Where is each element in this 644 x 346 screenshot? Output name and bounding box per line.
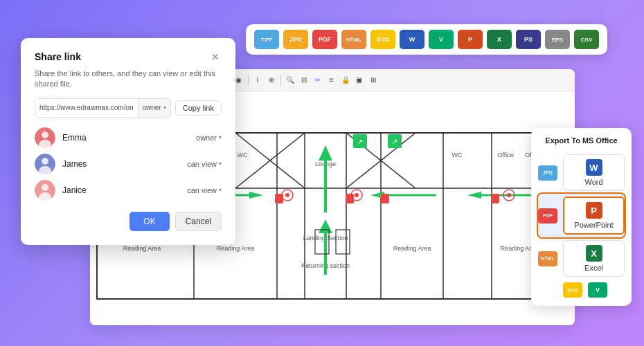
small-badge-html: HTML xyxy=(538,251,557,266)
role-text: owner xyxy=(143,104,161,111)
toolbar-pen[interactable]: ✏ xyxy=(312,74,324,86)
dialog-header: Share link ✕ xyxy=(35,51,222,63)
powerpoint-icon: P xyxy=(586,202,602,219)
format-tiff[interactable]: TIFF xyxy=(254,30,279,49)
user-row-emma: Emma owner ▾ xyxy=(35,127,222,148)
svg-point-61 xyxy=(507,193,511,197)
format-eps[interactable]: EPS xyxy=(545,30,570,49)
toolbar-grid[interactable]: ▣ xyxy=(353,74,366,86)
close-icon[interactable]: ✕ xyxy=(209,51,222,63)
svg-text:WC: WC xyxy=(452,152,463,158)
user-list: Emma owner ▾ James can view ▾ Janice xyxy=(35,127,222,201)
word-icon: W xyxy=(586,159,602,176)
format-html[interactable]: HTML xyxy=(341,30,366,49)
svg-point-59 xyxy=(355,193,359,197)
powerpoint-export-btn[interactable]: P PowerPoint xyxy=(563,197,625,235)
user-role-james[interactable]: can view ▾ xyxy=(187,160,222,168)
avatar-james xyxy=(35,154,55,174)
user-name-emma: Emma xyxy=(62,133,189,143)
powerpoint-label: PowerPoint xyxy=(570,221,618,229)
toolbar-divider-2 xyxy=(248,75,249,86)
svg-marker-40 xyxy=(249,192,263,199)
export-panel: Export To MS Office JPG W Word PDF P Pow… xyxy=(531,128,632,306)
svg-marker-36 xyxy=(319,219,332,233)
excel-label: Excel xyxy=(569,264,618,272)
user-row-janice: Janice can view ▾ xyxy=(35,180,222,201)
excel-icon: X xyxy=(586,245,602,262)
dialog-actions: OK Cancel xyxy=(35,212,222,231)
format-ppt-p[interactable]: P xyxy=(458,30,483,49)
svg-point-65 xyxy=(42,131,48,138)
format-visio-v[interactable]: V xyxy=(429,30,454,49)
export-row-word: JPG W Word xyxy=(538,152,625,194)
svg-text:↗: ↗ xyxy=(357,138,363,145)
toolbar-divider-3 xyxy=(280,75,281,86)
avatar-emma xyxy=(35,127,55,148)
user-role-janice[interactable]: can view ▾ xyxy=(187,186,222,194)
chevron-down-emma-icon: ▾ xyxy=(219,134,222,140)
format-ps[interactable]: PS xyxy=(516,30,541,49)
word-export-btn[interactable]: W Word xyxy=(563,154,625,191)
small-badge-svg: SVG xyxy=(563,282,582,298)
svg-marker-42 xyxy=(467,192,481,199)
toolbar-lines[interactable]: ≡ xyxy=(325,74,338,86)
export-row-powerpoint: PDF P PowerPoint xyxy=(538,194,625,237)
small-badge-jpg: JPG xyxy=(538,165,557,181)
format-excel-x[interactable]: X xyxy=(487,30,512,49)
svg-text:WC: WC xyxy=(238,152,248,158)
link-role-selector[interactable]: owner ▾ xyxy=(138,99,170,117)
svg-text:Office: Office xyxy=(497,152,513,158)
share-dialog: Share link ✕ Share the link to others, a… xyxy=(21,38,235,245)
link-input-group: owner ▾ xyxy=(35,98,171,118)
extra-badges: SVG V xyxy=(538,280,625,298)
chevron-down-icon: ▾ xyxy=(163,104,166,111)
toolbar-settings[interactable]: ⊞ xyxy=(367,74,379,86)
svg-point-71 xyxy=(42,184,48,191)
svg-point-68 xyxy=(42,158,48,165)
toolbar-minus[interactable]: ⊟ xyxy=(298,74,310,86)
svg-text:Reading Area: Reading Area xyxy=(217,245,255,252)
small-badge-visio: V xyxy=(588,282,607,298)
svg-rect-54 xyxy=(491,194,499,203)
export-format-toolbar: TIFF JPG PDF HTML SVG W V P X PS EPS CSV xyxy=(246,24,607,55)
format-jpg[interactable]: JPG xyxy=(283,30,308,49)
export-panel-body: JPG W Word PDF P PowerPoint HTML X Excel… xyxy=(538,152,625,298)
excel-export-btn[interactable]: X Excel xyxy=(563,240,625,277)
format-pdf[interactable]: PDF xyxy=(312,30,337,49)
toolbar-plus[interactable]: ⊕ xyxy=(265,74,278,86)
link-input[interactable] xyxy=(35,99,138,117)
ok-button[interactable]: OK xyxy=(129,212,169,231)
svg-text:Reading Area: Reading Area xyxy=(123,245,161,252)
chevron-down-james-icon: ▾ xyxy=(219,161,222,167)
cancel-button[interactable]: Cancel xyxy=(175,212,222,231)
copy-link-button[interactable]: Copy link xyxy=(175,100,222,116)
svg-rect-53 xyxy=(381,194,389,203)
avatar-janice xyxy=(35,180,55,201)
dialog-title: Share link xyxy=(35,51,81,62)
export-panel-title: Export To MS Office xyxy=(538,136,625,145)
chevron-down-janice-icon: ▾ xyxy=(219,187,222,193)
format-csv[interactable]: CSV xyxy=(574,30,599,49)
toolbar-dots[interactable]: ⁞ xyxy=(251,74,264,86)
svg-text:↗: ↗ xyxy=(392,138,397,145)
svg-marker-34 xyxy=(319,145,332,161)
format-svg[interactable]: SVG xyxy=(370,30,395,49)
svg-rect-63 xyxy=(336,230,350,254)
small-badge-pdf: PDF xyxy=(538,208,557,224)
user-name-janice: Janice xyxy=(62,185,180,195)
export-row-excel: HTML X Excel xyxy=(538,237,625,280)
svg-text:Reading Area: Reading Area xyxy=(393,245,431,252)
dialog-subtitle: Share the link to others, and they can v… xyxy=(35,69,222,90)
link-row: owner ▾ Copy link xyxy=(35,98,222,118)
toolbar-lock[interactable]: 🔒 xyxy=(339,74,352,86)
user-row-james: James can view ▾ xyxy=(35,154,222,174)
user-name-james: James xyxy=(62,159,180,169)
format-word-w[interactable]: W xyxy=(400,30,424,49)
word-label: Word xyxy=(569,178,618,186)
toolbar-zoom[interactable]: 🔍 xyxy=(284,74,296,86)
user-role-emma[interactable]: owner ▾ xyxy=(196,134,222,142)
svg-point-57 xyxy=(285,193,289,197)
